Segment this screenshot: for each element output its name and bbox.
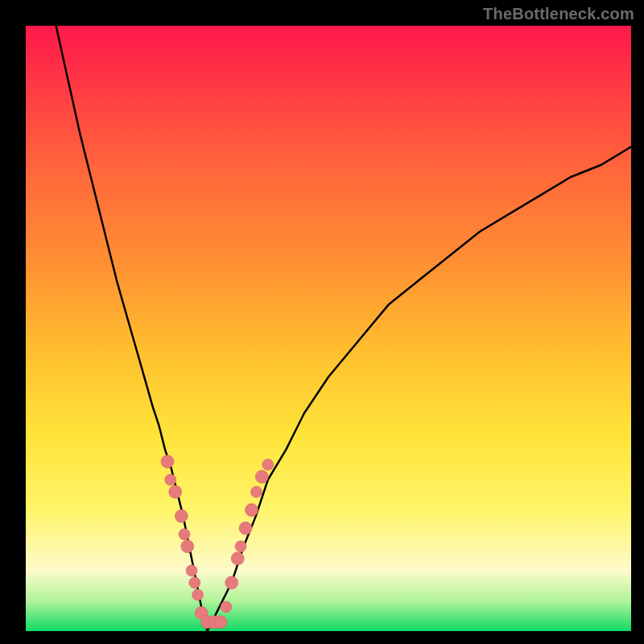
marker-dot <box>161 455 174 468</box>
chart-svg <box>26 26 631 631</box>
marker-dot <box>246 504 258 517</box>
curve-group <box>56 26 631 631</box>
marker-dot <box>214 616 227 629</box>
marker-dot <box>239 522 252 535</box>
marker-group <box>161 455 274 628</box>
marker-dot <box>221 601 232 613</box>
right-curve <box>208 147 631 631</box>
marker-dot <box>225 576 238 589</box>
marker-dot <box>179 529 190 540</box>
marker-dot <box>175 510 188 522</box>
watermark-text: TheBottleneck.com <box>483 5 634 23</box>
marker-dot <box>262 459 274 470</box>
marker-dot <box>189 577 200 588</box>
marker-dot <box>169 485 182 498</box>
marker-dot <box>165 474 176 485</box>
plot-area <box>26 26 631 631</box>
marker-dot <box>251 486 262 497</box>
marker-dot <box>231 552 244 565</box>
marker-dot <box>235 541 246 552</box>
marker-dot <box>192 589 204 601</box>
marker-dot <box>186 565 197 576</box>
chart-frame: TheBottleneck.com <box>0 0 644 644</box>
marker-dot <box>181 540 194 553</box>
marker-dot <box>255 470 268 483</box>
